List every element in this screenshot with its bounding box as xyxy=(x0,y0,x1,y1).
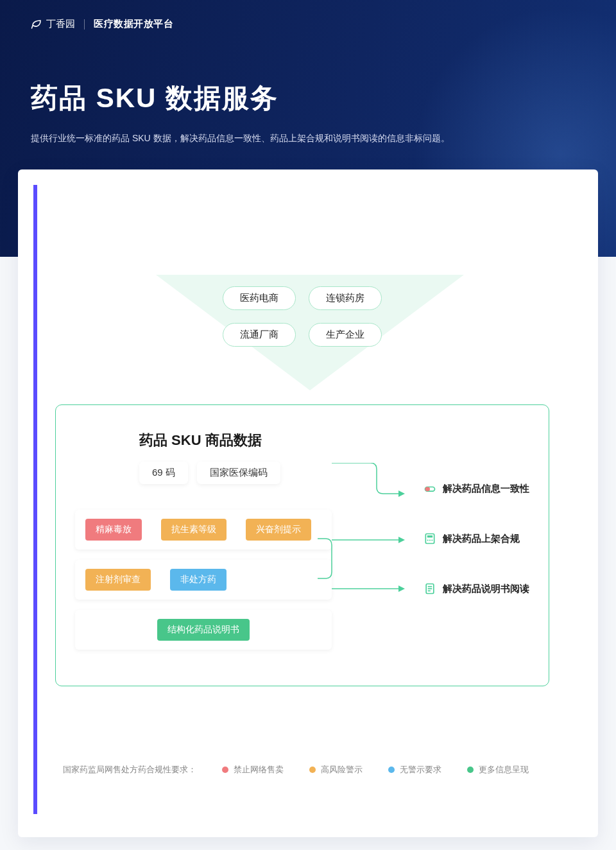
dot-icon xyxy=(222,767,228,773)
svg-point-6 xyxy=(431,540,432,541)
source-pill: 连锁药房 xyxy=(309,286,382,310)
code-chip-insurance: 国家医保编码 xyxy=(197,462,280,484)
tag-antibiotic: 抗生素等级 xyxy=(161,519,227,541)
svg-point-5 xyxy=(429,540,431,541)
legend-item-nowarning: 无警示要求 xyxy=(388,764,441,776)
legend-item-forbidden: 禁止网络售卖 xyxy=(222,764,284,776)
tag-injection: 注射剂审查 xyxy=(85,569,151,591)
calculator-icon xyxy=(424,532,436,545)
legend-label: 无警示要求 xyxy=(400,764,441,776)
benefit-label: 解决药品上架合规 xyxy=(443,533,520,545)
tag-stimulant: 兴奋剂提示 xyxy=(246,519,311,541)
legend-label: 禁止网络售卖 xyxy=(234,764,284,776)
brand-name: 丁香园 xyxy=(46,18,75,30)
benefit-compliance: 解决药品上架合规 xyxy=(424,532,529,545)
source-row-1: 医药电商 连锁药房 xyxy=(47,286,557,310)
legend-title: 国家药监局网售处方药合规性要求： xyxy=(63,764,196,776)
connector-2 xyxy=(332,533,409,546)
svg-marker-13 xyxy=(398,585,405,592)
sku-data-box: 药品 SKU 商品数据 69 码 国家医保编码 精麻毒放 抗生素等级 兴奋剂提示… xyxy=(55,404,549,686)
document-icon xyxy=(424,582,436,595)
brand-separator xyxy=(84,19,85,30)
source-row-2: 流通厂商 生产企业 xyxy=(47,323,557,347)
brand-bar: 丁香园 医疗数据开放平台 xyxy=(31,18,585,30)
sku-heading: 药品 SKU 商品数据 xyxy=(139,431,529,450)
page-title: 药品 SKU 数据服务 xyxy=(31,80,585,116)
legend-label: 高风险警示 xyxy=(321,764,363,776)
code-chip-69: 69 码 xyxy=(139,462,188,484)
benefit-label: 解决药品说明书阅读 xyxy=(443,583,529,595)
source-pill: 医药电商 xyxy=(223,286,296,310)
doc-strip: 结构化药品说明书 xyxy=(75,610,332,650)
diagram-container: 医药电商 连锁药房 流通厂商 生产企业 药品 SKU 商品数据 69 码 国家医… xyxy=(33,185,583,814)
legend-item-highrisk: 高风险警示 xyxy=(309,764,363,776)
svg-rect-1 xyxy=(425,487,431,492)
page-subtitle: 提供行业统一标准的药品 SKU 数据，解决药品信息一致性、药品上架合规和说明书阅… xyxy=(31,130,467,146)
compliance-strip-1: 精麻毒放 抗生素等级 兴奋剂提示 xyxy=(75,510,332,550)
source-pill: 生产企业 xyxy=(309,323,382,347)
sku-code-row: 69 码 国家医保编码 xyxy=(139,462,529,484)
leaf-icon xyxy=(31,19,42,30)
tag-structured-doc: 结构化药品说明书 xyxy=(157,619,250,641)
benefit-consistency: 解决药品信息一致性 xyxy=(424,482,529,495)
benefits-column: 解决药品信息一致性 解决药品上架合规 解决药品说明书阅读 xyxy=(424,482,529,595)
source-pill: 流通厂商 xyxy=(223,323,296,347)
benefit-instructions: 解决药品说明书阅读 xyxy=(424,582,529,595)
pill-icon xyxy=(424,482,436,495)
tag-otc: 非处方药 xyxy=(170,569,227,591)
benefit-label: 解决药品信息一致性 xyxy=(443,483,529,495)
brand-subtitle: 医疗数据开放平台 xyxy=(94,18,173,30)
dot-icon xyxy=(309,767,316,773)
connector-3 xyxy=(332,582,409,595)
compliance-strip-2: 注射剂审查 非处方药 xyxy=(75,560,332,600)
tag-controlled: 精麻毒放 xyxy=(85,519,142,541)
legend-item-moreinfo: 更多信息呈现 xyxy=(467,764,529,776)
legend-bar: 国家药监局网售处方药合规性要求： 禁止网络售卖 高风险警示 无警示要求 更多信息… xyxy=(63,764,557,776)
svg-marker-12 xyxy=(398,537,405,543)
dot-icon xyxy=(467,767,474,773)
svg-rect-3 xyxy=(427,535,432,537)
content-card: 医药电商 连锁药房 流通厂商 生产企业 药品 SKU 商品数据 69 码 国家医… xyxy=(18,169,598,837)
legend-label: 更多信息呈现 xyxy=(479,764,529,776)
svg-marker-11 xyxy=(398,490,405,497)
svg-rect-2 xyxy=(425,534,434,544)
svg-point-4 xyxy=(427,540,429,541)
brand-logo: 丁香园 xyxy=(31,18,75,30)
dot-icon xyxy=(388,767,395,773)
